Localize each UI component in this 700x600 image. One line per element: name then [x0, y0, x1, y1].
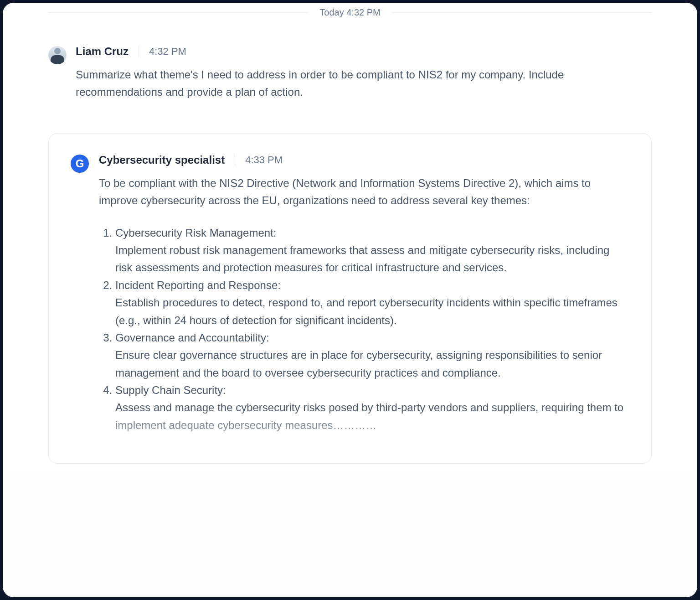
- separator: [139, 46, 139, 57]
- message-body: To be compliant with the NIS2 Directive …: [99, 175, 629, 434]
- message-timestamp: 4:33 PM: [245, 154, 283, 166]
- list-item: Governance and Accountability: Ensure cl…: [115, 329, 629, 382]
- sender-name: Cybersecurity specialist: [99, 154, 225, 166]
- message-timestamp: 4:32 PM: [149, 46, 186, 57]
- date-separator: Today 4:32 PM: [48, 6, 652, 45]
- message-header: Liam Cruz 4:32 PM: [76, 45, 652, 58]
- assistant-message-card: G Cybersecurity specialist 4:33 PM To be…: [48, 133, 652, 464]
- sender-name: Liam Cruz: [76, 45, 129, 58]
- message-intro: To be compliant with the NIS2 Directive …: [99, 175, 629, 210]
- themes-list: Cybersecurity Risk Management: Implement…: [99, 224, 629, 434]
- list-item: Cybersecurity Risk Management: Implement…: [115, 224, 629, 277]
- avatar[interactable]: [48, 46, 67, 64]
- theme-description: Assess and manage the cybersecurity risk…: [115, 399, 629, 434]
- bot-avatar-icon[interactable]: G: [71, 155, 89, 173]
- theme-title: Incident Reporting and Response:: [115, 279, 281, 291]
- separator: [235, 154, 235, 166]
- list-item: Incident Reporting and Response: Establi…: [115, 277, 629, 329]
- separator-line: [391, 12, 652, 13]
- theme-description: Implement robust risk management framewo…: [115, 242, 629, 277]
- date-separator-label: Today 4:32 PM: [319, 7, 380, 18]
- user-message: Liam Cruz 4:32 PM Summarize what theme's…: [48, 45, 652, 101]
- chat-panel: Today 4:32 PM Liam Cruz 4:32 PM Summariz…: [3, 3, 697, 597]
- theme-description: Ensure clear governance structures are i…: [115, 347, 629, 382]
- list-item: Supply Chain Security: Assess and manage…: [115, 382, 629, 434]
- theme-title: Cybersecurity Risk Management:: [115, 227, 276, 239]
- message-body: Summarize what theme's I need to address…: [76, 66, 652, 101]
- message-header: Cybersecurity specialist 4:33 PM: [99, 154, 629, 166]
- separator-line: [48, 12, 309, 13]
- theme-title: Supply Chain Security:: [115, 384, 226, 396]
- theme-title: Governance and Accountability:: [115, 331, 269, 344]
- bot-avatar-letter: G: [76, 157, 84, 170]
- theme-description: Establish procedures to detect, respond …: [115, 294, 629, 329]
